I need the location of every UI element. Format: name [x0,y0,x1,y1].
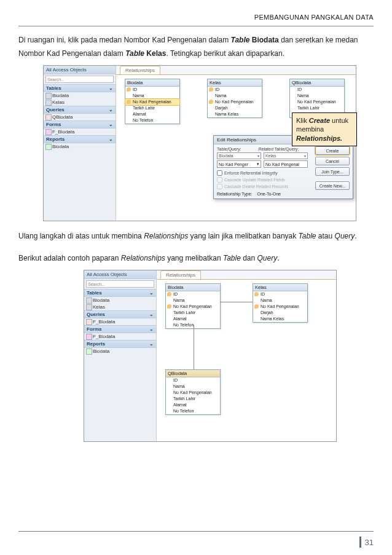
table-field[interactable]: ID [125,87,179,93]
table-field[interactable]: Alamat [125,111,179,117]
tab-relationships[interactable]: Relationships [120,66,160,74]
table-kelas[interactable]: Kelas ID Nama No Kad Pengenalan Darjah N… [207,79,262,118]
nav-section-forms[interactable]: Forms⌄ [84,325,156,333]
nav-section-tables[interactable]: Tables⌄ [84,289,156,297]
collapse-icon: ⌄ [149,312,154,317]
table-field[interactable]: Nama Kelas [253,316,307,322]
join-type-button[interactable]: Join Type... [315,167,350,176]
table-kelas[interactable]: Kelas ID Nama No Kad Pengenalan Darjah N… [253,283,308,323]
nav-section-tables[interactable]: Tables⌄ [44,84,116,92]
table-field[interactable]: No Telefon [125,117,179,124]
table-field[interactable]: No Telefon [166,322,220,328]
table-field[interactable]: Nama [166,384,220,390]
nav-item-biodata[interactable]: Biodata [44,92,116,99]
table-field[interactable]: ID [290,87,344,93]
nav-section-queries[interactable]: Queries⌄ [84,310,156,318]
table-field[interactable]: No Kad Pengenalan [208,99,262,105]
table-field[interactable]: ID [166,377,220,384]
label-table-query: Table/Query: [217,147,241,151]
combo-table-query[interactable]: Biodata▾ [217,152,261,159]
nav-item-fbiodata-query[interactable]: F_Biodata [84,318,156,325]
combo-value: Kelas [265,154,276,158]
table-qbiodata[interactable]: QBiodata ID Nama No Kad Pengenalan Tarik… [165,369,221,415]
table-field[interactable]: Nama [253,297,307,304]
table-field[interactable]: No Telefon [166,408,220,414]
combo-related-table[interactable]: Kelas▾ [264,152,308,159]
table-field[interactable]: Nama Kelas [208,111,262,117]
text: dan [241,254,257,262]
text: . [355,232,356,240]
nav-section-label: Reports [87,341,105,347]
paragraph-1: Di ruangan ini, klik pada medan Nombor K… [18,34,374,60]
checkbox-input [217,177,222,183]
table-field[interactable]: Nama [208,93,262,99]
text-italic: Table [223,254,241,262]
nav-item-kelas[interactable]: Kelas [84,304,156,310]
table-field[interactable]: Tarikh Lahir [290,105,344,111]
table-field[interactable]: Tarikh Lahir [125,105,179,111]
page-footer: 31 [359,537,374,548]
table-field[interactable]: ID [166,291,220,297]
callout-text: Klik [296,117,309,124]
table-biodata[interactable]: Biodata ID Nama No Kad Pengenalan Tarikh… [125,79,180,124]
nav-search-input[interactable]: Search... [45,76,114,83]
relationships-canvas[interactable]: Biodata ID Nama No Kad Pengenalan Tarikh… [157,279,336,441]
nav-section-forms[interactable]: Forms⌄ [44,120,116,128]
nav-item-kelas[interactable]: Kelas [44,99,116,106]
checkbox-input [217,184,222,189]
nav-item-biodata[interactable]: Biodata [84,297,156,304]
nav-item-fbiodata[interactable]: F_Biodata [44,128,116,135]
table-field[interactable]: No Kad Pengenalan [166,390,220,396]
screenshot-relationships-result: All Access Objects Search... Tables⌄ Bio… [84,270,337,442]
nav-item-fbiodata-form[interactable]: F_Biodata [84,333,156,340]
table-field[interactable]: Darjah [253,310,307,316]
table-field[interactable]: Darjah [208,105,262,111]
table-field-selected[interactable]: No Kad Pengenalan [125,99,179,105]
table-field[interactable]: ID [208,87,262,93]
table-field[interactable]: Alamat [166,402,220,408]
nav-search-input[interactable]: Search... [86,280,154,288]
combo-value: Biodata [219,154,233,158]
nav-item-qbiodata[interactable]: QBiodata [44,114,116,120]
table-field[interactable]: Nama [290,93,344,99]
nav-section-queries[interactable]: Queries⌄ [44,106,116,114]
table-field[interactable]: No Kad Pengenalan [253,304,307,310]
table-field[interactable]: ID [253,291,307,297]
nav-section-label: Reports [46,136,65,142]
checkbox-input[interactable] [217,170,222,176]
table-field[interactable]: Alamat [166,316,220,322]
chevron-down-icon: ▾ [304,154,306,158]
nav-section-reports[interactable]: Reports⌄ [44,135,116,143]
nav-item-report-biodata[interactable]: Biodata [84,348,156,355]
nav-header[interactable]: All Access Objects [84,270,156,279]
table-field[interactable]: Tarikh Lahir [166,310,220,316]
page-header: PEMBANGUNAN PANGKALAN DATA [18,14,374,21]
cancel-button[interactable]: Cancel [315,157,350,165]
table-field[interactable]: No Kad Pengenalan [166,304,220,310]
table-header: QBiodata [290,79,344,87]
nav-pane: All Access Objects Search... Tables⌄ Bio… [44,66,116,221]
text: yang lain jika melibatkan banyak [188,232,298,240]
field-cell-left[interactable]: No Kad Penger▾ [217,160,261,168]
nav-section-reports[interactable]: Reports⌄ [84,340,156,348]
relationships-canvas[interactable]: Biodata ID Nama No Kad Pengenalan Tarikh… [116,74,356,221]
table-field[interactable]: Nama [166,297,220,304]
nav-header[interactable]: All Access Objects [44,66,116,74]
collapse-icon: ⌄ [149,290,154,296]
text-italic: Table [125,49,144,58]
tab-relationships[interactable]: Relationships [160,270,201,279]
create-new-button[interactable]: Create New... [315,181,350,190]
text-italic: Relationships [121,254,165,262]
table-field[interactable]: Tarikh Lahir [166,396,220,402]
nav-section-label: Queries [46,107,65,112]
page-number: 31 [365,538,374,547]
table-field[interactable]: Nama [125,93,179,99]
nav-pane: All Access Objects Search... Tables⌄ Bio… [84,270,157,441]
checkbox-label: Cascade Update Related Fields [224,178,285,182]
field-cell-right[interactable]: No Kad Pengenal [264,160,308,168]
nav-item-report-biodata[interactable]: Biodata [44,143,116,150]
table-field[interactable]: No Kad Pengenalan [290,99,344,105]
footer-rule [18,531,374,532]
table-biodata[interactable]: Biodata ID Nama No Kad Pengenalan Tarikh… [165,283,221,329]
create-button[interactable]: Create [315,146,350,155]
